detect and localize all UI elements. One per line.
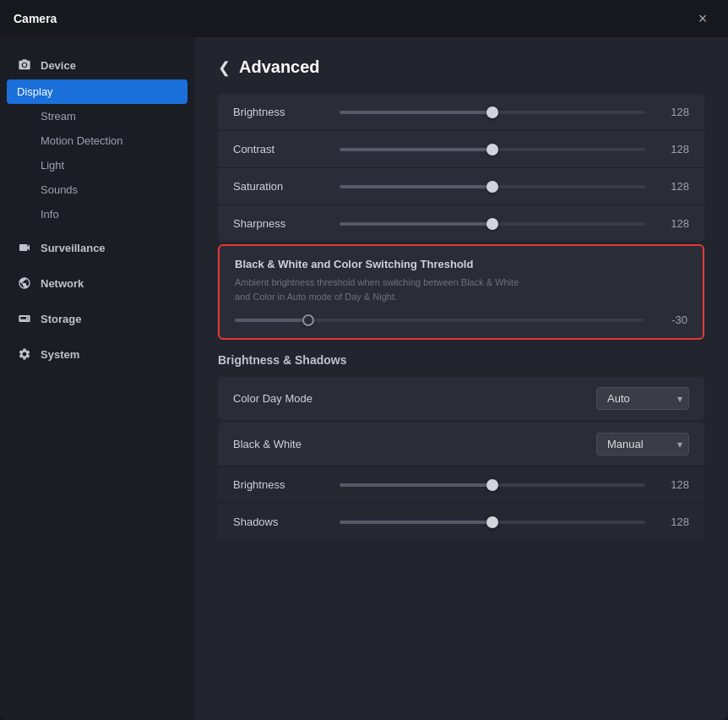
sidebar-section-network-title: Network xyxy=(0,269,194,297)
bw-sub-section: Brightness 128 Shadows 128 xyxy=(218,466,704,540)
sharpness-slider[interactable] xyxy=(340,222,645,226)
saturation-thumb xyxy=(486,181,498,193)
basic-sliders-card: Brightness 128 Contrast 128 xyxy=(218,94,704,242)
bw-brightness-fill xyxy=(340,483,492,487)
threshold-content: Black & White and Color Switching Thresh… xyxy=(220,246,703,338)
brightness-row: Brightness 128 xyxy=(218,94,704,131)
bw-card: Black & White Auto Manual Scheduled ▾ Br… xyxy=(218,423,704,540)
system-icon xyxy=(17,346,32,362)
bw-brightness-value: 128 xyxy=(659,478,689,491)
device-section-label: Device xyxy=(41,59,76,72)
sidebar-item-motion-detection[interactable]: Motion Detection xyxy=(0,128,194,153)
sidebar-section-surveillance: Surveillance xyxy=(0,233,194,262)
sharpness-value: 128 xyxy=(659,217,689,230)
content-area: Device Display Stream Motion Detection L… xyxy=(0,37,728,720)
camera-icon xyxy=(17,57,32,73)
bw-label: Black & White xyxy=(233,438,596,450)
page-header: ❮ Advanced xyxy=(218,57,704,77)
threshold-slider[interactable] xyxy=(235,319,644,322)
color-day-mode-label: Color Day Mode xyxy=(233,392,596,405)
bw-shadows-value: 128 xyxy=(659,515,689,528)
brightness-shadows-section-title: Brightness & Shadows xyxy=(218,353,704,367)
brightness-fill xyxy=(340,111,492,114)
sidebar-section-storage: Storage xyxy=(0,304,194,333)
sharpness-label: Sharpness xyxy=(233,217,326,230)
threshold-fill xyxy=(235,319,308,322)
color-day-mode-select[interactable]: Auto Manual Scheduled xyxy=(596,387,689,410)
bw-brightness-row: Brightness 128 xyxy=(218,466,704,504)
sidebar-item-stream[interactable]: Stream xyxy=(0,104,194,128)
brightness-slider[interactable] xyxy=(340,111,645,114)
threshold-title: Black & White and Color Switching Thresh… xyxy=(235,258,687,270)
saturation-fill xyxy=(340,185,492,188)
color-day-mode-card: Color Day Mode Auto Manual Scheduled ▾ xyxy=(218,377,704,420)
color-day-mode-wrapper: Auto Manual Scheduled ▾ xyxy=(596,387,689,410)
sharpness-row: Sharpness 128 xyxy=(218,205,704,242)
title-bar: Camera × xyxy=(0,0,728,37)
bw-dropdown-row: Black & White Auto Manual Scheduled ▾ xyxy=(218,423,704,466)
threshold-card: Black & White and Color Switching Thresh… xyxy=(218,244,704,340)
sidebar: Device Display Stream Motion Detection L… xyxy=(0,37,194,720)
saturation-slider[interactable] xyxy=(340,185,645,188)
sidebar-section-system: System xyxy=(0,340,194,368)
storage-section-label: Storage xyxy=(41,313,81,325)
back-button[interactable]: ❮ xyxy=(218,58,231,77)
contrast-label: Contrast xyxy=(233,143,326,155)
close-button[interactable]: × xyxy=(691,7,714,30)
brightness-label: Brightness xyxy=(233,106,326,118)
camera-window: Camera × Device Display xyxy=(0,0,728,720)
threshold-slider-row: -30 xyxy=(235,314,687,326)
threshold-thumb xyxy=(302,314,314,326)
network-icon xyxy=(17,275,32,291)
sidebar-section-device: Device Display Stream Motion Detection L… xyxy=(0,51,194,226)
threshold-description: Ambient brightness threshold when switch… xyxy=(235,275,522,303)
bw-brightness-label: Brightness xyxy=(233,478,326,491)
sidebar-section-system-title: System xyxy=(0,340,194,368)
saturation-label: Saturation xyxy=(233,180,326,193)
system-section-label: System xyxy=(41,348,79,361)
network-section-label: Network xyxy=(41,277,84,290)
storage-icon xyxy=(17,311,32,326)
sharpness-thumb xyxy=(486,218,498,230)
sidebar-item-light[interactable]: Light xyxy=(0,153,194,177)
saturation-row: Saturation 128 xyxy=(218,168,704,205)
contrast-value: 128 xyxy=(659,143,689,155)
bw-shadows-slider[interactable] xyxy=(340,521,645,524)
window-title: Camera xyxy=(14,12,57,25)
bw-brightness-slider[interactable] xyxy=(340,483,645,487)
brightness-thumb xyxy=(486,106,498,118)
bw-select[interactable]: Auto Manual Scheduled xyxy=(596,433,689,455)
contrast-row: Contrast 128 xyxy=(218,131,704,168)
color-day-mode-row: Color Day Mode Auto Manual Scheduled ▾ xyxy=(218,377,704,420)
page-title: Advanced xyxy=(239,57,320,77)
bw-brightness-thumb xyxy=(486,479,498,491)
contrast-fill xyxy=(340,148,492,151)
saturation-value: 128 xyxy=(659,180,689,193)
sidebar-item-display[interactable]: Display xyxy=(7,79,187,104)
main-content: ❮ Advanced Brightness 128 Contrast xyxy=(194,37,728,720)
bw-wrapper: Auto Manual Scheduled ▾ xyxy=(596,433,689,455)
brightness-value: 128 xyxy=(659,106,689,118)
sharpness-fill xyxy=(340,222,492,226)
threshold-value: -30 xyxy=(657,314,687,326)
sidebar-item-sounds[interactable]: Sounds xyxy=(0,177,194,202)
surveillance-section-label: Surveillance xyxy=(41,242,106,254)
surveillance-icon xyxy=(17,240,32,255)
sidebar-item-info[interactable]: Info xyxy=(0,202,194,226)
sidebar-section-storage-title: Storage xyxy=(0,304,194,333)
bw-shadows-fill xyxy=(340,521,492,524)
contrast-slider[interactable] xyxy=(340,148,645,151)
bw-shadows-row: Shadows 128 xyxy=(218,504,704,540)
bw-shadows-thumb xyxy=(486,516,498,528)
sidebar-section-network: Network xyxy=(0,269,194,297)
sidebar-section-surveillance-title: Surveillance xyxy=(0,233,194,262)
bw-shadows-label: Shadows xyxy=(233,515,326,528)
contrast-thumb xyxy=(486,144,498,155)
sidebar-section-device-title: Device xyxy=(0,51,194,79)
